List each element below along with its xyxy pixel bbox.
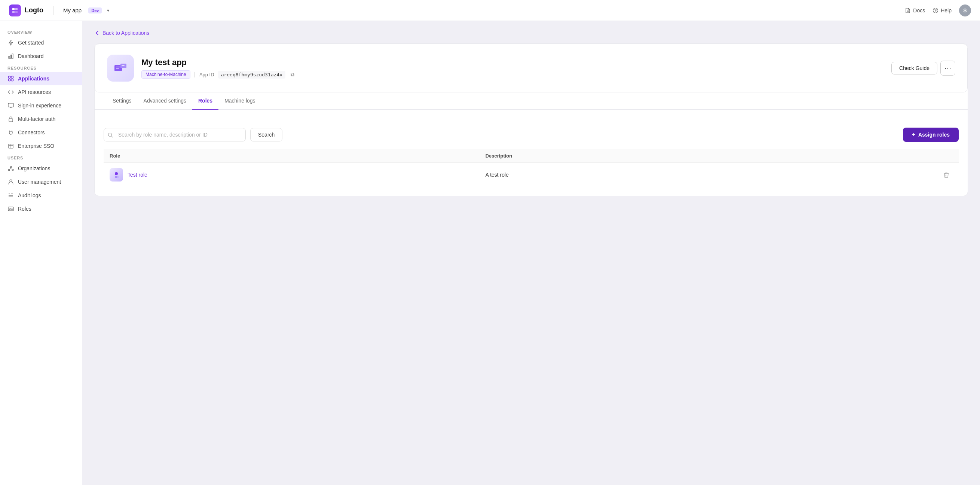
svg-rect-14 — [11, 79, 13, 81]
sidebar-item-audit-logs[interactable]: Audit logs — [0, 188, 82, 202]
svg-rect-13 — [9, 79, 11, 81]
sidebar-item-dashboard[interactable]: Dashboard — [0, 49, 82, 63]
app-name-label: My app — [63, 7, 81, 13]
svg-rect-40 — [122, 65, 124, 66]
apps-icon — [8, 75, 14, 82]
sidebar-item-connectors[interactable]: Connectors — [0, 126, 82, 139]
docs-icon — [905, 8, 911, 13]
svg-rect-11 — [9, 77, 11, 78]
search-input-wrap — [103, 128, 246, 142]
app-id-value: areeq8fhmy9szud31az4v — [218, 71, 285, 78]
tab-advanced-settings[interactable]: Advanced settings — [138, 93, 192, 110]
app-header-card: My test app Machine-to-Machine | App ID … — [95, 44, 968, 93]
logo-area: Logto My app Dev ▾ — [9, 5, 109, 16]
plus-icon: + — [912, 131, 915, 138]
person-card-icon — [8, 206, 14, 212]
svg-rect-10 — [12, 54, 13, 58]
sidebar-item-roles[interactable]: Roles — [0, 202, 82, 215]
back-chevron-icon — [94, 30, 100, 36]
tab-roles[interactable]: Roles — [192, 93, 218, 110]
app-id-label: App ID — [199, 72, 214, 77]
app-meta: Machine-to-Machine | App ID areeq8fhmy9s… — [142, 70, 884, 78]
logo-text: Logto — [25, 6, 43, 14]
code-icon — [8, 89, 14, 96]
svg-rect-3 — [15, 11, 18, 13]
tab-settings[interactable]: Settings — [107, 93, 138, 110]
flash-icon — [8, 39, 14, 46]
sidebar-item-multi-factor-auth[interactable]: Multi-factor auth — [0, 112, 82, 126]
search-button[interactable]: Search — [250, 128, 282, 142]
list-icon — [8, 192, 14, 199]
app-actions: Check Guide ⋯ — [891, 61, 955, 76]
svg-rect-9 — [11, 55, 11, 58]
svg-rect-38 — [116, 68, 119, 69]
svg-point-33 — [9, 208, 11, 209]
app-dropdown-chevron[interactable]: ▾ — [107, 8, 109, 13]
role-name-cell: Test role — [103, 163, 479, 187]
monitor-icon — [8, 102, 14, 109]
check-guide-button[interactable]: Check Guide — [891, 62, 937, 75]
overview-section-label: OVERVIEW — [0, 27, 82, 36]
tabs-bar: Settings Advanced settings Roles Machine… — [95, 93, 968, 110]
meta-divider: | — [194, 71, 196, 78]
sidebar-item-organizations[interactable]: Organizations — [0, 162, 82, 175]
role-avatar-icon — [112, 171, 121, 179]
search-row: Search + Assign roles — [103, 128, 959, 142]
sidebar-item-user-management[interactable]: User management — [0, 175, 82, 188]
sidebar-item-sign-in-experience[interactable]: Sign-in experience — [0, 99, 82, 112]
assign-roles-button[interactable]: + Assign roles — [903, 128, 959, 142]
col-actions-header — [772, 149, 959, 163]
tab-content: Search + Assign roles Role Description — [95, 119, 968, 196]
svg-line-42 — [111, 136, 113, 138]
app-info: My test app Machine-to-Machine | App ID … — [142, 57, 884, 78]
svg-line-25 — [9, 169, 11, 169]
svg-rect-0 — [12, 8, 14, 10]
more-options-button[interactable]: ⋯ — [940, 61, 955, 76]
tab-machine-logs[interactable]: Machine logs — [218, 93, 261, 110]
role-name-link[interactable]: Test role — [127, 172, 147, 178]
logto-logo-icon — [9, 5, 21, 16]
app-title: My test app — [142, 57, 884, 67]
assign-roles-label: Assign roles — [918, 132, 950, 138]
col-description-header: Description — [479, 149, 772, 163]
topbar: Logto My app Dev ▾ Docs Help S — [0, 0, 980, 21]
sidebar-item-enterprise-sso[interactable]: Enterprise SSO — [0, 139, 82, 153]
users-section-label: USERS — [0, 153, 82, 162]
building-icon — [8, 143, 14, 149]
role-description: A test role — [479, 163, 772, 187]
svg-point-23 — [12, 169, 13, 171]
svg-rect-15 — [8, 103, 13, 107]
avatar[interactable]: S — [959, 5, 971, 16]
help-button[interactable]: Help — [932, 8, 951, 13]
svg-rect-8 — [9, 56, 10, 58]
docs-button[interactable]: Docs — [905, 8, 925, 13]
svg-rect-19 — [9, 144, 13, 148]
resources-section-label: RESOURCES — [0, 63, 82, 72]
org-icon — [8, 165, 14, 172]
sidebar-item-get-started[interactable]: Get started — [0, 36, 82, 49]
svg-rect-12 — [11, 77, 13, 78]
svg-rect-18 — [9, 119, 13, 121]
back-to-applications-link[interactable]: Back to Applications — [94, 30, 968, 36]
roles-table: Role Description Test role — [103, 149, 959, 187]
delete-role-button[interactable] — [940, 169, 953, 180]
search-inside-icon — [108, 132, 113, 138]
svg-rect-37 — [116, 67, 121, 67]
trash-icon — [943, 172, 950, 179]
svg-point-7 — [935, 11, 936, 12]
col-role-header: Role — [103, 149, 479, 163]
role-actions — [772, 163, 959, 187]
lock-icon — [8, 116, 14, 122]
app-icon — [107, 55, 134, 81]
copy-app-id-icon[interactable]: ⧉ — [291, 72, 294, 78]
content-area: Back to Applications My test app — [82, 21, 980, 485]
role-icon — [110, 168, 123, 182]
sidebar-item-applications[interactable]: Applications — [0, 72, 82, 85]
topbar-right: Docs Help S — [905, 5, 971, 16]
chart-icon — [8, 53, 14, 59]
svg-point-43 — [115, 172, 118, 175]
search-input[interactable] — [103, 128, 246, 142]
sidebar-item-api-resources[interactable]: API resources — [0, 85, 82, 99]
plug-icon — [8, 129, 14, 136]
more-icon: ⋯ — [945, 64, 951, 72]
